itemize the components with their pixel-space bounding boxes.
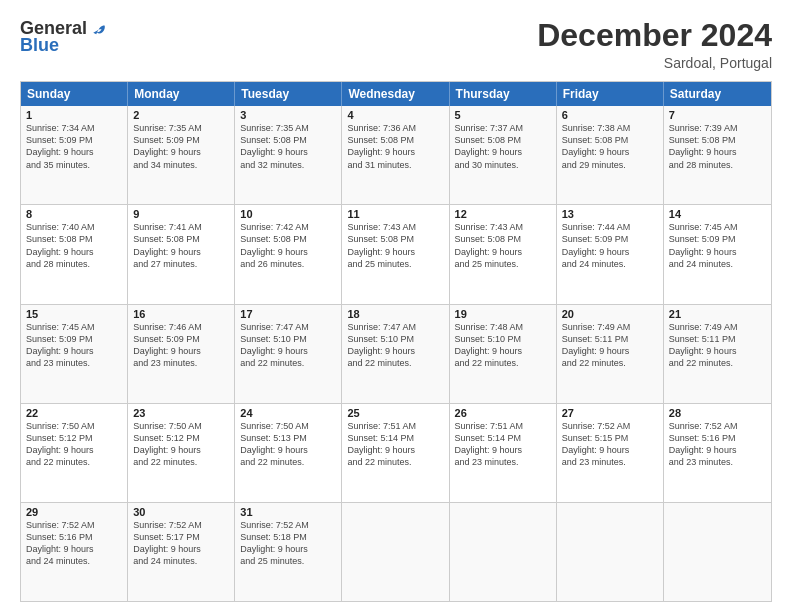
header-day-wednesday: Wednesday	[342, 82, 449, 106]
day-info: Sunrise: 7:35 AMSunset: 5:09 PMDaylight:…	[133, 122, 229, 171]
day-number: 8	[26, 208, 122, 220]
day-number: 6	[562, 109, 658, 121]
calendar-cell: 16Sunrise: 7:46 AMSunset: 5:09 PMDayligh…	[128, 305, 235, 403]
calendar-cell: 25Sunrise: 7:51 AMSunset: 5:14 PMDayligh…	[342, 404, 449, 502]
day-info: Sunrise: 7:44 AMSunset: 5:09 PMDaylight:…	[562, 221, 658, 270]
day-info: Sunrise: 7:48 AMSunset: 5:10 PMDaylight:…	[455, 321, 551, 370]
day-info: Sunrise: 7:34 AMSunset: 5:09 PMDaylight:…	[26, 122, 122, 171]
day-number: 1	[26, 109, 122, 121]
day-info: Sunrise: 7:52 AMSunset: 5:16 PMDaylight:…	[669, 420, 766, 469]
calendar-cell	[664, 503, 771, 601]
calendar-cell	[557, 503, 664, 601]
day-number: 3	[240, 109, 336, 121]
calendar-cell: 10Sunrise: 7:42 AMSunset: 5:08 PMDayligh…	[235, 205, 342, 303]
calendar-cell: 19Sunrise: 7:48 AMSunset: 5:10 PMDayligh…	[450, 305, 557, 403]
day-info: Sunrise: 7:38 AMSunset: 5:08 PMDaylight:…	[562, 122, 658, 171]
day-number: 2	[133, 109, 229, 121]
calendar-cell: 6Sunrise: 7:38 AMSunset: 5:08 PMDaylight…	[557, 106, 664, 204]
day-number: 17	[240, 308, 336, 320]
day-number: 10	[240, 208, 336, 220]
calendar-row-3: 15Sunrise: 7:45 AMSunset: 5:09 PMDayligh…	[21, 304, 771, 403]
day-number: 21	[669, 308, 766, 320]
logo: General Blue	[20, 18, 109, 56]
day-number: 7	[669, 109, 766, 121]
calendar-cell: 13Sunrise: 7:44 AMSunset: 5:09 PMDayligh…	[557, 205, 664, 303]
day-info: Sunrise: 7:43 AMSunset: 5:08 PMDaylight:…	[347, 221, 443, 270]
day-number: 13	[562, 208, 658, 220]
day-number: 14	[669, 208, 766, 220]
day-info: Sunrise: 7:36 AMSunset: 5:08 PMDaylight:…	[347, 122, 443, 171]
day-number: 28	[669, 407, 766, 419]
day-info: Sunrise: 7:50 AMSunset: 5:12 PMDaylight:…	[133, 420, 229, 469]
day-info: Sunrise: 7:52 AMSunset: 5:17 PMDaylight:…	[133, 519, 229, 568]
day-info: Sunrise: 7:43 AMSunset: 5:08 PMDaylight:…	[455, 221, 551, 270]
calendar-cell: 1Sunrise: 7:34 AMSunset: 5:09 PMDaylight…	[21, 106, 128, 204]
day-number: 25	[347, 407, 443, 419]
day-info: Sunrise: 7:52 AMSunset: 5:18 PMDaylight:…	[240, 519, 336, 568]
header-day-tuesday: Tuesday	[235, 82, 342, 106]
day-number: 24	[240, 407, 336, 419]
logo-bird-icon	[91, 20, 109, 38]
calendar-header: SundayMondayTuesdayWednesdayThursdayFrid…	[21, 82, 771, 106]
day-number: 20	[562, 308, 658, 320]
day-number: 11	[347, 208, 443, 220]
header: General Blue December 2024 Sardoal, Port…	[20, 18, 772, 71]
day-info: Sunrise: 7:51 AMSunset: 5:14 PMDaylight:…	[347, 420, 443, 469]
day-info: Sunrise: 7:52 AMSunset: 5:15 PMDaylight:…	[562, 420, 658, 469]
calendar-cell: 17Sunrise: 7:47 AMSunset: 5:10 PMDayligh…	[235, 305, 342, 403]
calendar-cell	[450, 503, 557, 601]
day-number: 22	[26, 407, 122, 419]
calendar-row-4: 22Sunrise: 7:50 AMSunset: 5:12 PMDayligh…	[21, 403, 771, 502]
day-info: Sunrise: 7:39 AMSunset: 5:08 PMDaylight:…	[669, 122, 766, 171]
calendar-cell: 26Sunrise: 7:51 AMSunset: 5:14 PMDayligh…	[450, 404, 557, 502]
calendar-cell	[342, 503, 449, 601]
day-number: 23	[133, 407, 229, 419]
header-day-saturday: Saturday	[664, 82, 771, 106]
calendar-cell: 21Sunrise: 7:49 AMSunset: 5:11 PMDayligh…	[664, 305, 771, 403]
calendar-cell: 2Sunrise: 7:35 AMSunset: 5:09 PMDaylight…	[128, 106, 235, 204]
calendar: SundayMondayTuesdayWednesdayThursdayFrid…	[20, 81, 772, 602]
calendar-cell: 8Sunrise: 7:40 AMSunset: 5:08 PMDaylight…	[21, 205, 128, 303]
title-block: December 2024 Sardoal, Portugal	[537, 18, 772, 71]
calendar-cell: 23Sunrise: 7:50 AMSunset: 5:12 PMDayligh…	[128, 404, 235, 502]
day-info: Sunrise: 7:50 AMSunset: 5:13 PMDaylight:…	[240, 420, 336, 469]
calendar-cell: 15Sunrise: 7:45 AMSunset: 5:09 PMDayligh…	[21, 305, 128, 403]
day-number: 4	[347, 109, 443, 121]
day-info: Sunrise: 7:51 AMSunset: 5:14 PMDaylight:…	[455, 420, 551, 469]
page: General Blue December 2024 Sardoal, Port…	[0, 0, 792, 612]
day-number: 12	[455, 208, 551, 220]
calendar-cell: 14Sunrise: 7:45 AMSunset: 5:09 PMDayligh…	[664, 205, 771, 303]
day-number: 30	[133, 506, 229, 518]
calendar-cell: 31Sunrise: 7:52 AMSunset: 5:18 PMDayligh…	[235, 503, 342, 601]
calendar-cell: 30Sunrise: 7:52 AMSunset: 5:17 PMDayligh…	[128, 503, 235, 601]
day-info: Sunrise: 7:35 AMSunset: 5:08 PMDaylight:…	[240, 122, 336, 171]
day-number: 5	[455, 109, 551, 121]
day-number: 19	[455, 308, 551, 320]
day-info: Sunrise: 7:47 AMSunset: 5:10 PMDaylight:…	[240, 321, 336, 370]
calendar-cell: 11Sunrise: 7:43 AMSunset: 5:08 PMDayligh…	[342, 205, 449, 303]
calendar-cell: 12Sunrise: 7:43 AMSunset: 5:08 PMDayligh…	[450, 205, 557, 303]
calendar-cell: 22Sunrise: 7:50 AMSunset: 5:12 PMDayligh…	[21, 404, 128, 502]
calendar-cell: 3Sunrise: 7:35 AMSunset: 5:08 PMDaylight…	[235, 106, 342, 204]
header-day-friday: Friday	[557, 82, 664, 106]
calendar-cell: 28Sunrise: 7:52 AMSunset: 5:16 PMDayligh…	[664, 404, 771, 502]
day-info: Sunrise: 7:42 AMSunset: 5:08 PMDaylight:…	[240, 221, 336, 270]
header-day-monday: Monday	[128, 82, 235, 106]
calendar-cell: 9Sunrise: 7:41 AMSunset: 5:08 PMDaylight…	[128, 205, 235, 303]
day-number: 27	[562, 407, 658, 419]
day-number: 9	[133, 208, 229, 220]
calendar-body: 1Sunrise: 7:34 AMSunset: 5:09 PMDaylight…	[21, 106, 771, 601]
day-info: Sunrise: 7:50 AMSunset: 5:12 PMDaylight:…	[26, 420, 122, 469]
day-info: Sunrise: 7:47 AMSunset: 5:10 PMDaylight:…	[347, 321, 443, 370]
day-info: Sunrise: 7:52 AMSunset: 5:16 PMDaylight:…	[26, 519, 122, 568]
day-number: 29	[26, 506, 122, 518]
day-info: Sunrise: 7:40 AMSunset: 5:08 PMDaylight:…	[26, 221, 122, 270]
location: Sardoal, Portugal	[537, 55, 772, 71]
calendar-cell: 20Sunrise: 7:49 AMSunset: 5:11 PMDayligh…	[557, 305, 664, 403]
day-info: Sunrise: 7:49 AMSunset: 5:11 PMDaylight:…	[562, 321, 658, 370]
calendar-row-1: 1Sunrise: 7:34 AMSunset: 5:09 PMDaylight…	[21, 106, 771, 204]
calendar-cell: 18Sunrise: 7:47 AMSunset: 5:10 PMDayligh…	[342, 305, 449, 403]
header-day-sunday: Sunday	[21, 82, 128, 106]
day-number: 26	[455, 407, 551, 419]
day-info: Sunrise: 7:46 AMSunset: 5:09 PMDaylight:…	[133, 321, 229, 370]
